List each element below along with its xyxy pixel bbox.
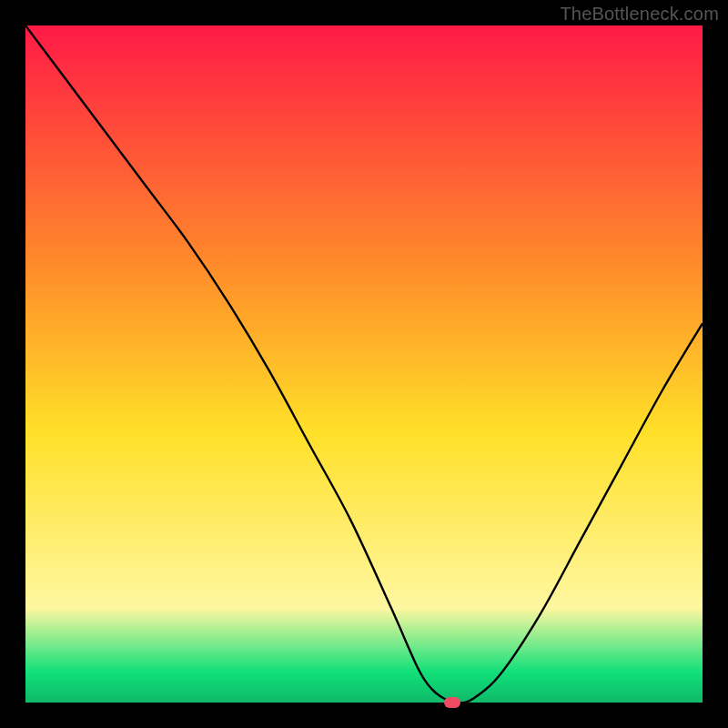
chart-frame: TheBottleneck.com <box>0 0 728 728</box>
bottleneck-curve <box>25 25 703 703</box>
plot-area <box>25 25 703 703</box>
min-marker <box>444 697 460 708</box>
watermark-text: TheBottleneck.com <box>560 4 719 25</box>
curve-layer <box>25 25 703 703</box>
